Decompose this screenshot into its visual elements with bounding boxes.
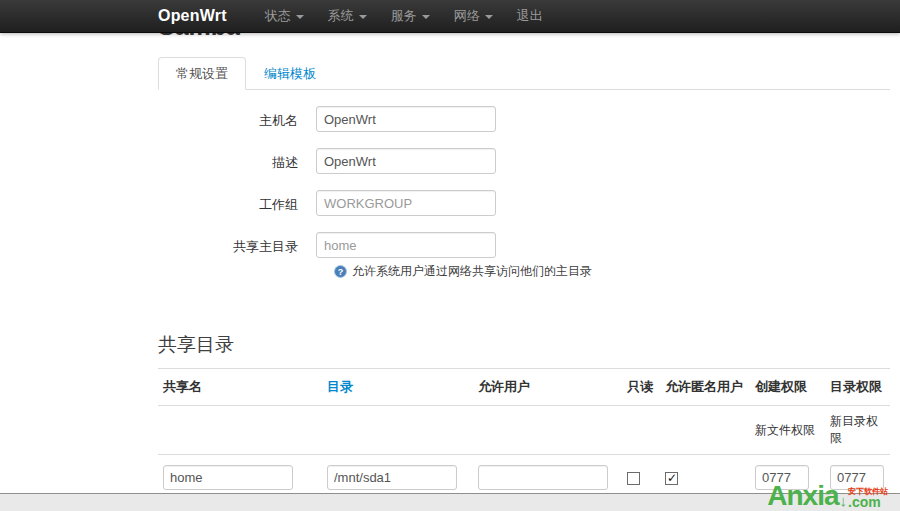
subheader-dir-mask: 新目录权限 xyxy=(825,406,890,455)
caret-down-icon xyxy=(422,15,430,19)
share-home-input[interactable] xyxy=(316,232,496,258)
hostname-label: 主机名 xyxy=(158,106,316,130)
caret-down-icon xyxy=(359,15,367,19)
main-content: Samba 常规设置 编辑模板 主机名 描述 工作组 共享主目录 ? 允许系统用… xyxy=(158,0,890,511)
nav-item-network-label: 网络 xyxy=(454,7,480,25)
description-label: 描述 xyxy=(158,148,316,172)
share-users-input[interactable] xyxy=(478,465,608,490)
nav-item-services[interactable]: 服务 xyxy=(379,0,442,33)
col-header-read-only: 只读 xyxy=(622,369,660,406)
field-hostname: 主机名 xyxy=(158,106,758,132)
col-header-dir-mask: 目录权限 xyxy=(825,369,890,406)
nav-item-logout-label: 退出 xyxy=(517,7,543,25)
help-icon: ? xyxy=(334,265,347,278)
nav-item-system-label: 系统 xyxy=(328,7,354,25)
col-header-allow-guests: 允许匿名用户 xyxy=(660,369,750,406)
tab-bar: 常规设置 编辑模板 xyxy=(158,57,890,90)
share-path-input[interactable] xyxy=(327,465,457,490)
share-home-help: ? 允许系统用户通过网络共享访问他们的主目录 xyxy=(334,263,758,280)
hostname-input[interactable] xyxy=(316,106,496,132)
nav-item-status-label: 状态 xyxy=(265,7,291,25)
down-arrow-icon: ↓ xyxy=(840,494,848,508)
bottom-edge-strip xyxy=(0,493,900,511)
samba-settings-form: 主机名 描述 工作组 共享主目录 ? 允许系统用户通过网络共享访问他们的主目录 xyxy=(158,106,758,296)
watermark-suffix: .com xyxy=(848,496,881,508)
shares-table-header-row: 共享名 目录 允许用户 只读 允许匿名用户 创建权限 目录权限 xyxy=(158,369,890,406)
watermark-brand-text: Anxia xyxy=(767,484,838,508)
read-only-checkbox[interactable] xyxy=(627,472,640,485)
caret-down-icon xyxy=(296,15,304,19)
tab-edit-template[interactable]: 编辑模板 xyxy=(246,57,334,90)
shares-section-title: 共享目录 xyxy=(158,332,234,358)
anxia-watermark: Anxia ↓ 安下软件站 .com xyxy=(767,484,888,508)
subheader-create-mask: 新文件权限 xyxy=(750,406,825,455)
nav-item-services-label: 服务 xyxy=(391,7,417,25)
allow-guests-checkbox[interactable] xyxy=(665,472,678,485)
shares-table-subheader-row: 新文件权限 新目录权限 xyxy=(158,406,890,455)
share-home-label: 共享主目录 xyxy=(158,232,316,256)
share-name-input[interactable] xyxy=(163,465,293,490)
workgroup-input[interactable] xyxy=(316,190,496,216)
field-description: 描述 xyxy=(158,148,758,174)
nav-item-network[interactable]: 网络 xyxy=(442,0,505,33)
top-navbar: OpenWrt 状态 系统 服务 网络 退出 xyxy=(0,0,900,33)
col-header-allowed-users: 允许用户 xyxy=(473,369,622,406)
tab-general-settings[interactable]: 常规设置 xyxy=(158,57,246,90)
nav-item-logout[interactable]: 退出 xyxy=(505,0,555,33)
nav-item-status[interactable]: 状态 xyxy=(253,0,316,33)
path-sort-link[interactable]: 目录 xyxy=(327,379,353,394)
brand-openwrt: OpenWrt xyxy=(158,7,227,25)
field-share-home: 共享主目录 xyxy=(158,232,758,258)
share-home-help-text: 允许系统用户通过网络共享访问他们的主目录 xyxy=(352,263,592,280)
workgroup-label: 工作组 xyxy=(158,190,316,214)
description-input[interactable] xyxy=(316,148,496,174)
col-header-share-name: 共享名 xyxy=(158,369,322,406)
nav-item-system[interactable]: 系统 xyxy=(316,0,379,33)
col-header-path: 目录 xyxy=(322,369,473,406)
col-header-create-mask: 创建权限 xyxy=(750,369,825,406)
caret-down-icon xyxy=(485,15,493,19)
field-workgroup: 工作组 xyxy=(158,190,758,216)
